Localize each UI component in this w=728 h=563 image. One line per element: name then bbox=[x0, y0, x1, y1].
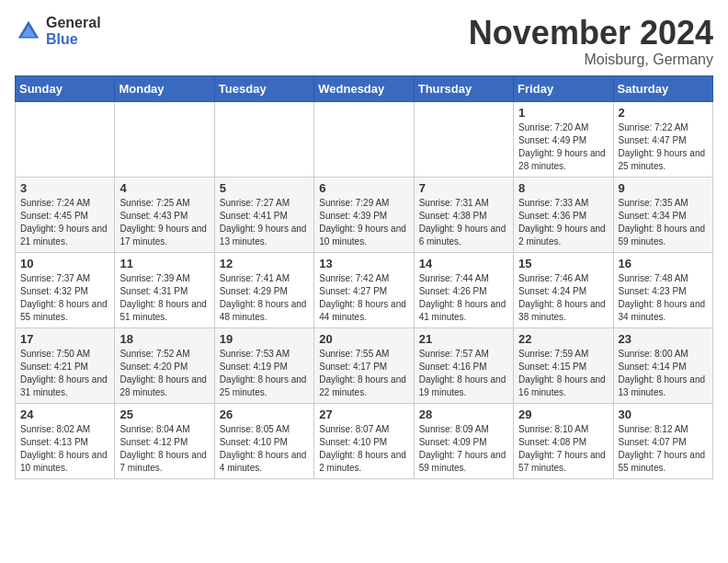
calendar-body: 1Sunrise: 7:20 AM Sunset: 4:49 PM Daylig… bbox=[16, 101, 713, 478]
day-number: 26 bbox=[220, 408, 309, 421]
day-number: 12 bbox=[220, 257, 309, 270]
calendar-cell: 23Sunrise: 8:00 AM Sunset: 4:14 PM Dayli… bbox=[613, 327, 712, 403]
day-number: 2 bbox=[619, 106, 708, 120]
location: Moisburg, Germany bbox=[469, 52, 713, 68]
calendar-cell: 29Sunrise: 8:10 AM Sunset: 4:08 PM Dayli… bbox=[514, 403, 613, 478]
day-info: Sunrise: 8:12 AM Sunset: 4:07 PM Dayligh… bbox=[619, 423, 708, 475]
calendar-table: SundayMondayTuesdayWednesdayThursdayFrid… bbox=[15, 75, 713, 479]
day-info: Sunrise: 7:48 AM Sunset: 4:23 PM Dayligh… bbox=[619, 272, 708, 324]
calendar-cell: 19Sunrise: 7:53 AM Sunset: 4:19 PM Dayli… bbox=[214, 327, 313, 403]
day-number: 3 bbox=[20, 181, 109, 195]
calendar-cell: 9Sunrise: 7:35 AM Sunset: 4:34 PM Daylig… bbox=[613, 177, 712, 252]
calendar-cell: 2Sunrise: 7:22 AM Sunset: 4:47 PM Daylig… bbox=[613, 101, 712, 177]
day-info: Sunrise: 8:04 AM Sunset: 4:12 PM Dayligh… bbox=[119, 423, 209, 475]
day-number: 7 bbox=[419, 181, 508, 195]
day-number: 28 bbox=[419, 408, 508, 421]
calendar-cell: 26Sunrise: 8:05 AM Sunset: 4:10 PM Dayli… bbox=[214, 403, 313, 478]
calendar-cell: 7Sunrise: 7:31 AM Sunset: 4:38 PM Daylig… bbox=[414, 177, 513, 252]
header-saturday: Saturday bbox=[613, 75, 712, 101]
calendar-cell bbox=[16, 101, 115, 177]
calendar-cell: 8Sunrise: 7:33 AM Sunset: 4:36 PM Daylig… bbox=[514, 177, 613, 252]
day-info: Sunrise: 7:39 AM Sunset: 4:31 PM Dayligh… bbox=[119, 272, 209, 324]
week-row-1: 1Sunrise: 7:20 AM Sunset: 4:49 PM Daylig… bbox=[16, 101, 713, 177]
calendar-cell: 16Sunrise: 7:48 AM Sunset: 4:23 PM Dayli… bbox=[613, 252, 712, 327]
calendar-cell: 20Sunrise: 7:55 AM Sunset: 4:17 PM Dayli… bbox=[314, 327, 414, 403]
day-info: Sunrise: 7:53 AM Sunset: 4:19 PM Dayligh… bbox=[220, 348, 309, 399]
day-info: Sunrise: 7:57 AM Sunset: 4:16 PM Dayligh… bbox=[419, 348, 508, 399]
header-thursday: Thursday bbox=[414, 75, 513, 101]
calendar-cell: 24Sunrise: 8:02 AM Sunset: 4:13 PM Dayli… bbox=[16, 403, 115, 478]
header-row: SundayMondayTuesdayWednesdayThursdayFrid… bbox=[16, 75, 713, 101]
calendar-cell: 27Sunrise: 8:07 AM Sunset: 4:10 PM Dayli… bbox=[314, 403, 414, 478]
calendar-cell: 4Sunrise: 7:25 AM Sunset: 4:43 PM Daylig… bbox=[115, 177, 214, 252]
day-number: 15 bbox=[518, 257, 608, 270]
day-info: Sunrise: 8:05 AM Sunset: 4:10 PM Dayligh… bbox=[220, 423, 309, 475]
day-info: Sunrise: 7:50 AM Sunset: 4:21 PM Dayligh… bbox=[20, 348, 109, 399]
calendar-cell: 30Sunrise: 8:12 AM Sunset: 4:07 PM Dayli… bbox=[613, 403, 712, 478]
day-info: Sunrise: 8:09 AM Sunset: 4:09 PM Dayligh… bbox=[419, 423, 508, 475]
calendar-cell: 1Sunrise: 7:20 AM Sunset: 4:49 PM Daylig… bbox=[514, 101, 613, 177]
day-number: 23 bbox=[619, 332, 708, 346]
header-monday: Monday bbox=[115, 75, 214, 101]
week-row-3: 10Sunrise: 7:37 AM Sunset: 4:32 PM Dayli… bbox=[16, 252, 713, 327]
day-number: 11 bbox=[119, 257, 209, 270]
day-number: 22 bbox=[518, 332, 608, 346]
day-number: 9 bbox=[619, 181, 708, 195]
day-number: 10 bbox=[20, 257, 109, 270]
day-info: Sunrise: 7:41 AM Sunset: 4:29 PM Dayligh… bbox=[220, 272, 309, 324]
calendar-cell: 22Sunrise: 7:59 AM Sunset: 4:15 PM Dayli… bbox=[514, 327, 613, 403]
calendar-header: SundayMondayTuesdayWednesdayThursdayFrid… bbox=[16, 75, 713, 101]
calendar-cell: 17Sunrise: 7:50 AM Sunset: 4:21 PM Dayli… bbox=[16, 327, 115, 403]
month-title: November 2024 bbox=[469, 15, 713, 52]
day-number: 30 bbox=[619, 408, 708, 421]
calendar-cell: 18Sunrise: 7:52 AM Sunset: 4:20 PM Dayli… bbox=[115, 327, 214, 403]
calendar-cell: 3Sunrise: 7:24 AM Sunset: 4:45 PM Daylig… bbox=[16, 177, 115, 252]
day-number: 14 bbox=[419, 257, 508, 270]
day-info: Sunrise: 7:44 AM Sunset: 4:26 PM Dayligh… bbox=[419, 272, 508, 324]
day-info: Sunrise: 8:02 AM Sunset: 4:13 PM Dayligh… bbox=[20, 423, 109, 475]
day-number: 6 bbox=[319, 181, 408, 195]
calendar-cell: 14Sunrise: 7:44 AM Sunset: 4:26 PM Dayli… bbox=[414, 252, 513, 327]
day-number: 29 bbox=[518, 408, 608, 421]
page-header: General Blue November 2024 Moisburg, Ger… bbox=[15, 15, 713, 68]
calendar-cell bbox=[314, 101, 414, 177]
calendar-cell: 15Sunrise: 7:46 AM Sunset: 4:24 PM Dayli… bbox=[514, 252, 613, 327]
day-info: Sunrise: 7:27 AM Sunset: 4:41 PM Dayligh… bbox=[220, 197, 309, 248]
day-number: 13 bbox=[319, 257, 408, 270]
day-info: Sunrise: 7:24 AM Sunset: 4:45 PM Dayligh… bbox=[20, 197, 109, 248]
header-tuesday: Tuesday bbox=[214, 75, 313, 101]
day-number: 18 bbox=[119, 332, 209, 346]
day-number: 5 bbox=[220, 181, 309, 195]
title-block: November 2024 Moisburg, Germany bbox=[469, 15, 713, 68]
day-info: Sunrise: 7:25 AM Sunset: 4:43 PM Dayligh… bbox=[119, 197, 209, 248]
day-number: 21 bbox=[419, 332, 508, 346]
day-number: 1 bbox=[518, 106, 608, 120]
calendar-cell bbox=[214, 101, 313, 177]
logo-icon bbox=[15, 17, 42, 45]
logo-general-text: General bbox=[46, 15, 101, 31]
calendar-cell: 21Sunrise: 7:57 AM Sunset: 4:16 PM Dayli… bbox=[414, 327, 513, 403]
day-info: Sunrise: 7:20 AM Sunset: 4:49 PM Dayligh… bbox=[518, 121, 608, 173]
day-info: Sunrise: 7:29 AM Sunset: 4:39 PM Dayligh… bbox=[319, 197, 408, 248]
week-row-4: 17Sunrise: 7:50 AM Sunset: 4:21 PM Dayli… bbox=[16, 327, 713, 403]
day-info: Sunrise: 7:59 AM Sunset: 4:15 PM Dayligh… bbox=[518, 348, 608, 399]
calendar-cell: 11Sunrise: 7:39 AM Sunset: 4:31 PM Dayli… bbox=[115, 252, 214, 327]
day-number: 25 bbox=[119, 408, 209, 421]
day-info: Sunrise: 7:35 AM Sunset: 4:34 PM Dayligh… bbox=[619, 197, 708, 248]
header-friday: Friday bbox=[514, 75, 613, 101]
day-info: Sunrise: 7:37 AM Sunset: 4:32 PM Dayligh… bbox=[20, 272, 109, 324]
day-info: Sunrise: 7:22 AM Sunset: 4:47 PM Dayligh… bbox=[619, 121, 708, 173]
logo-text: General Blue bbox=[46, 15, 101, 47]
day-number: 24 bbox=[20, 408, 109, 421]
day-number: 4 bbox=[119, 181, 209, 195]
logo-blue-text: Blue bbox=[46, 31, 101, 48]
calendar-cell: 6Sunrise: 7:29 AM Sunset: 4:39 PM Daylig… bbox=[314, 177, 414, 252]
day-number: 16 bbox=[619, 257, 708, 270]
day-info: Sunrise: 7:52 AM Sunset: 4:20 PM Dayligh… bbox=[119, 348, 209, 399]
calendar-cell bbox=[115, 101, 214, 177]
day-info: Sunrise: 7:55 AM Sunset: 4:17 PM Dayligh… bbox=[319, 348, 408, 399]
calendar-cell: 5Sunrise: 7:27 AM Sunset: 4:41 PM Daylig… bbox=[214, 177, 313, 252]
day-number: 8 bbox=[518, 181, 608, 195]
day-info: Sunrise: 7:46 AM Sunset: 4:24 PM Dayligh… bbox=[518, 272, 608, 324]
day-info: Sunrise: 7:33 AM Sunset: 4:36 PM Dayligh… bbox=[518, 197, 608, 248]
